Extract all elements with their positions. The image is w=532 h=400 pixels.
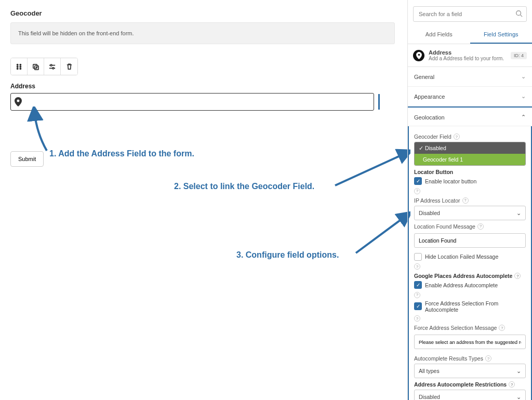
- chevron-down-icon: ⌄: [521, 93, 526, 100]
- restrictions-select[interactable]: Disabled⌄: [414, 390, 526, 400]
- annotation-3: 3. Configure field options.: [236, 250, 339, 260]
- checkbox-label: Enable Address Autocomplete: [425, 282, 498, 288]
- submit-button[interactable]: Submit: [10, 151, 44, 167]
- help-icon[interactable]: ?: [462, 197, 469, 204]
- svg-line-15: [521, 15, 523, 17]
- drag-handle-button[interactable]: [11, 58, 28, 75]
- tab-field-settings[interactable]: Field Settings: [470, 26, 533, 44]
- field-header-title: Address: [429, 49, 504, 56]
- annotation-1: 1. Add the Address Field to the form.: [49, 149, 194, 158]
- section-label: Appearance: [414, 94, 445, 100]
- svg-point-14: [516, 11, 521, 16]
- chevron-up-icon: ⌃: [521, 114, 526, 121]
- results-types-label: Autocomplete Results Types?: [414, 355, 526, 362]
- pin-icon: [413, 50, 424, 61]
- chevron-down-icon: ⌄: [516, 210, 521, 216]
- geocoder-hidden-note: This field will be hidden on the front-e…: [10, 22, 395, 44]
- geocoder-option-selected[interactable]: Geocoder field 1: [415, 154, 525, 165]
- chevron-down-icon: ⌄: [516, 368, 521, 374]
- settings-button[interactable]: [44, 58, 61, 75]
- geocoder-option-disabled[interactable]: ✓ Disabled: [415, 142, 525, 154]
- help-icon[interactable]: ?: [414, 263, 420, 270]
- restrictions-label: Address Autocomplete Restrictions?: [414, 381, 526, 388]
- checkbox-label: Enable locator button: [425, 178, 476, 184]
- enable-locator-checkbox[interactable]: Enable locator button: [414, 177, 526, 185]
- svg-point-13: [52, 67, 54, 69]
- svg-point-1: [20, 64, 21, 65]
- svg-point-11: [50, 64, 52, 66]
- help-icon[interactable]: ?: [454, 134, 460, 140]
- results-types-select[interactable]: All types⌄: [414, 364, 526, 378]
- search-input[interactable]: [413, 6, 527, 22]
- pin-icon: [15, 97, 22, 106]
- help-icon[interactable]: ?: [485, 355, 491, 362]
- found-msg-input[interactable]: [414, 233, 526, 248]
- duplicate-button[interactable]: [28, 58, 44, 75]
- found-msg-label: Location Found Message?: [414, 223, 526, 230]
- field-id-badge: ID: 4: [511, 52, 527, 59]
- field-toolbar: [10, 58, 78, 75]
- gpa-label: Google Places Address Autocomplete?: [414, 273, 526, 279]
- trash-icon: [65, 63, 73, 71]
- ip-locator-label: IP Address Locator?: [414, 197, 526, 204]
- force-msg-label: Force Address Selection Message?: [414, 325, 526, 331]
- help-icon[interactable]: ?: [414, 315, 420, 322]
- section-general[interactable]: General ⌄: [408, 67, 532, 87]
- address-field-label: Address: [10, 83, 395, 90]
- geocoder-field-label: Geocoder Field?: [414, 134, 526, 140]
- section-appearance[interactable]: Appearance ⌄: [408, 87, 532, 106]
- svg-point-2: [17, 66, 18, 67]
- ip-locator-select[interactable]: Disabled⌄: [414, 206, 526, 220]
- drag-icon: [15, 63, 23, 71]
- geocoder-title: Geocoder: [10, 9, 395, 17]
- section-label: General: [414, 74, 434, 80]
- duplicate-icon: [32, 63, 39, 71]
- section-geolocation[interactable]: Geolocation ⌃: [408, 106, 532, 126]
- svg-point-0: [17, 64, 18, 65]
- help-icon[interactable]: ?: [509, 381, 515, 388]
- enable-autocomplete-checkbox[interactable]: Enable Address Autocomplete: [414, 281, 526, 289]
- checkbox-label: Hide Location Failed Message: [425, 254, 498, 260]
- address-input[interactable]: [10, 93, 374, 111]
- svg-point-4: [17, 68, 18, 69]
- hide-failed-checkbox[interactable]: Hide Location Failed Message: [414, 253, 526, 261]
- svg-point-5: [20, 68, 21, 69]
- sliders-icon: [48, 63, 56, 71]
- force-msg-input[interactable]: [414, 335, 526, 349]
- tab-add-fields[interactable]: Add Fields: [408, 26, 470, 44]
- geolocation-panel: Geocoder Field? ✓ Disabled Geocoder fiel…: [408, 126, 532, 400]
- help-icon[interactable]: ?: [514, 273, 521, 279]
- force-selection-checkbox[interactable]: Force Address Selection From Autocomplet…: [414, 300, 526, 313]
- help-icon[interactable]: ?: [414, 188, 420, 194]
- chevron-down-icon: ⌄: [521, 73, 526, 80]
- settings-sidebar: Add Fields Field Settings Address Add a …: [407, 0, 532, 400]
- help-icon[interactable]: ?: [414, 292, 420, 298]
- chevron-down-icon: ⌄: [516, 394, 521, 400]
- help-icon[interactable]: ?: [499, 325, 505, 331]
- arrow-3: [353, 210, 410, 257]
- delete-button[interactable]: [61, 58, 77, 75]
- sidebar-tabs: Add Fields Field Settings: [408, 26, 532, 44]
- field-header: Address Add a Address field to your form…: [408, 44, 532, 67]
- field-header-desc: Add a Address field to your form.: [429, 56, 504, 61]
- section-label: Geolocation: [414, 114, 445, 121]
- locator-button-label: Locator Button: [414, 169, 526, 175]
- annotation-2: 2. Select to link the Geocoder Field.: [174, 182, 314, 191]
- geocoder-field-select[interactable]: ✓ Disabled Geocoder field 1: [414, 142, 526, 166]
- address-field-block[interactable]: Address: [10, 83, 395, 111]
- svg-point-3: [20, 66, 21, 67]
- help-icon[interactable]: ?: [477, 223, 484, 230]
- text-cursor: [378, 94, 380, 110]
- search-icon: [515, 10, 523, 18]
- checkbox-label: Force Address Selection From Autocomplet…: [425, 300, 526, 313]
